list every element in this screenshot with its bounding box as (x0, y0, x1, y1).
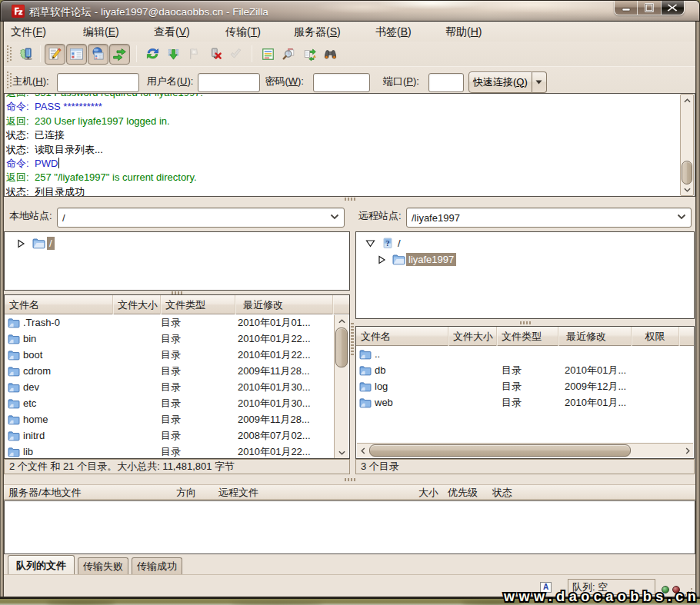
column-header-modified[interactable]: 最近修改 (558, 327, 632, 346)
toggle-message-log-button[interactable] (45, 44, 65, 65)
queue-tab[interactable]: 传输失败 (78, 557, 128, 574)
disconnect-button[interactable] (205, 44, 225, 65)
column-header-filesize[interactable]: 文件大小 (113, 295, 161, 314)
local-tree-row[interactable]: / (5, 235, 349, 251)
queue-list[interactable] (4, 500, 695, 554)
combo-arrow-icon[interactable] (330, 214, 339, 220)
scroll-down-icon[interactable] (681, 184, 693, 195)
menu-item[interactable]: 传输(T) (214, 22, 282, 42)
queue-tab[interactable]: 传输成功 (132, 557, 182, 574)
local-file-row[interactable]: boot 目录 2010年01月22... (5, 347, 333, 363)
remote-file-row[interactable]: web 目录 2010年01月... (356, 394, 694, 411)
cell-filename: bin (21, 333, 112, 344)
local-site-combobox[interactable]: / (57, 208, 345, 228)
quickconnect-dropdown-button[interactable] (532, 71, 547, 93)
host-input[interactable] (57, 73, 139, 92)
port-input[interactable] (428, 73, 464, 92)
local-file-row[interactable]: cdrom 目录 2009年11月28... (5, 363, 333, 379)
local-file-row[interactable]: lib 目录 2010年01月22... (5, 444, 333, 458)
local-file-row[interactable]: initrd 目录 2008年07月02... (5, 427, 333, 444)
remote-file-row[interactable]: .. (356, 346, 694, 362)
quickconnect-grip[interactable] (6, 71, 12, 88)
scroll-left-icon[interactable] (357, 444, 368, 457)
menu-item[interactable]: 文件(F) (0, 22, 72, 42)
scroll-up-icon[interactable] (335, 315, 348, 327)
directory-comparison-button[interactable] (278, 44, 299, 65)
column-header-modified[interactable]: 最近修改 (235, 295, 333, 314)
local-file-row[interactable]: .Trash-0 目录 2010年01月01... (5, 314, 333, 331)
expander-collapsed-icon[interactable] (17, 239, 25, 248)
menu-item[interactable]: 服务器(S) (282, 22, 364, 42)
remote-tree-node-selected[interactable]: liyafe1997 (406, 253, 456, 266)
toggle-local-tree-button[interactable] (66, 44, 87, 65)
queue-column-priority[interactable]: 优先级 (443, 485, 488, 499)
vertical-splitter-grip[interactable] (351, 323, 354, 357)
titlebar[interactable]: 稻草软件论坛 - liyafe1997@daocaobbs.cn - FileZ… (0, 0, 700, 22)
menu-item[interactable]: 编辑(E) (72, 22, 142, 42)
local-tree[interactable]: / (4, 231, 350, 291)
combo-arrow-icon[interactable] (677, 214, 686, 220)
column-header-filesize[interactable]: 文件大小 (448, 327, 497, 346)
local-file-row[interactable]: home 目录 2009年11月28... (5, 411, 333, 427)
toggle-queue-button[interactable] (109, 44, 130, 65)
username-input[interactable] (198, 73, 260, 92)
remote-file-list[interactable]: 文件名 文件大小 文件类型 最近修改 权限 .. db (355, 326, 695, 459)
local-file-row[interactable]: etc 目录 2010年01月30... (5, 395, 333, 411)
scroll-down-icon[interactable] (335, 447, 348, 458)
remote-list-hscrollbar-thumb[interactable] (369, 444, 631, 457)
remote-site-combobox[interactable]: /liyafe1997 (406, 208, 692, 228)
log-scrollbar[interactable] (680, 94, 694, 196)
reconnect-button[interactable] (225, 44, 246, 65)
remote-file-row[interactable]: db 目录 2010年01月... (356, 362, 694, 378)
remote-file-row[interactable]: log 目录 2009年12月... (356, 378, 694, 394)
toggle-remote-tree-button[interactable] (88, 44, 108, 65)
refresh-button[interactable] (142, 44, 163, 65)
column-header-filetype[interactable]: 文件类型 (497, 327, 558, 346)
process-queue-button[interactable] (163, 44, 184, 65)
synchronized-browsing-button[interactable] (299, 44, 320, 65)
queue-column-status[interactable]: 状态 (488, 485, 534, 499)
local-file-row[interactable]: dev 目录 2010年01月30... (5, 379, 333, 395)
queue-column-size[interactable]: 大小 (408, 485, 443, 499)
local-list-scrollbar-thumb[interactable] (335, 327, 348, 367)
expander-collapsed-icon[interactable] (378, 255, 386, 264)
local-list-scrollbar[interactable] (334, 315, 348, 458)
toolbar-grip[interactable] (6, 45, 12, 62)
close-button[interactable] (662, 1, 684, 15)
local-file-row[interactable]: bin 目录 2010年01月22... (5, 331, 333, 347)
column-header-permissions[interactable]: 权限 (632, 327, 679, 346)
column-header-filename[interactable]: 文件名 (5, 295, 113, 314)
log-splitter-grip[interactable] (345, 198, 355, 201)
password-input[interactable] (313, 73, 370, 92)
queue-column-server-local-file[interactable]: 服务器/本地文件 (4, 485, 172, 499)
quickconnect-button[interactable]: 快速连接(Q) (468, 71, 532, 93)
queue-tab[interactable]: 队列的文件 (8, 555, 75, 574)
scroll-up-icon[interactable] (681, 95, 693, 106)
remote-tree-node-root[interactable]: / (395, 237, 403, 250)
log-scrollbar-thumb[interactable] (682, 161, 692, 184)
remote-tree[interactable]: ? / liyafe1997 (355, 231, 695, 319)
queue-splitter-grip[interactable] (345, 478, 355, 481)
menu-item[interactable]: 帮助(H) (434, 22, 505, 42)
site-manager-button[interactable] (15, 44, 36, 65)
expander-expanded-icon[interactable] (365, 239, 375, 248)
queue-column-direction[interactable]: 方向 (172, 485, 214, 499)
menu-item[interactable]: 查看(V) (142, 22, 214, 42)
local-tree-node-root[interactable]: / (47, 237, 55, 250)
remote-tree-row-child[interactable]: liyafe1997 (356, 251, 694, 268)
cancel-button[interactable] (184, 44, 205, 65)
queue-column-remote-file[interactable]: 远程文件 (214, 485, 408, 499)
scroll-right-icon[interactable] (682, 444, 693, 457)
column-header-filename[interactable]: 文件名 (356, 327, 448, 346)
minimize-button[interactable] (615, 1, 638, 15)
maximize-button[interactable] (638, 1, 661, 15)
find-files-button[interactable] (320, 44, 341, 65)
column-header-filetype[interactable]: 文件类型 (161, 295, 235, 314)
remote-tree-row-root[interactable]: ? / (356, 235, 694, 251)
menu-item[interactable]: 书签(B) (364, 22, 434, 42)
message-log[interactable]: 返回:331 Password required for liyafe1997.… (4, 93, 695, 197)
local-file-list[interactable]: 文件名 文件大小 文件类型 最近修改 .Trash-0 目录 2010年01月0… (4, 294, 350, 459)
remote-list-hscrollbar[interactable] (357, 443, 693, 457)
remote-splitter-grip[interactable] (520, 321, 531, 324)
filter-button[interactable] (258, 44, 278, 65)
